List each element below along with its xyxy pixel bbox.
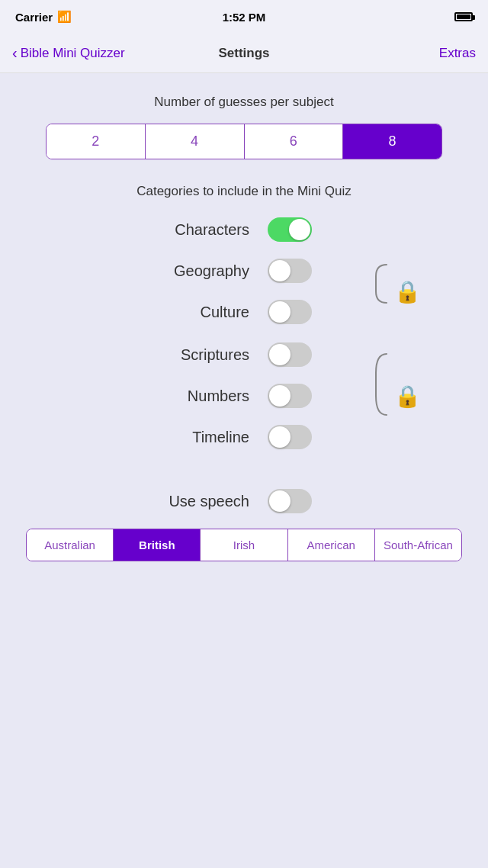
- speech-toggle-knob: [269, 490, 291, 512]
- wifi-icon: 📶: [57, 10, 72, 24]
- geo-culture-group: Geography Culture 🔒: [15, 259, 473, 324]
- scriptures-toggle-knob: [269, 344, 291, 365]
- tab-south-african[interactable]: South-African: [375, 529, 461, 561]
- characters-label: Characters: [112, 221, 249, 239]
- status-bar-time: 1:52 PM: [223, 11, 266, 24]
- tab-american[interactable]: American: [288, 529, 375, 561]
- nav-bar: ‹ Bible Mini Quizzer Settings Extras: [0, 34, 488, 73]
- use-speech-section: Use speech: [15, 489, 473, 513]
- timeline-toggle[interactable]: [268, 425, 312, 449]
- scrip-num-time-lock-group: 🔒: [373, 350, 421, 442]
- categories-section-title: Categories to include in the Mini Quiz: [15, 184, 473, 199]
- scriptures-label: Scriptures: [112, 346, 249, 364]
- numbers-toggle-knob: [269, 385, 291, 407]
- guess-option-6[interactable]: 6: [245, 124, 344, 159]
- geography-toggle[interactable]: [268, 259, 312, 283]
- numbers-toggle[interactable]: [268, 384, 312, 408]
- scriptures-toggle[interactable]: [268, 342, 312, 367]
- use-speech-label: Use speech: [112, 493, 249, 510]
- scrip-num-time-bracket-icon: [373, 350, 390, 442]
- extras-button[interactable]: Extras: [439, 46, 476, 61]
- timeline-label: Timeline: [112, 429, 249, 446]
- tab-british[interactable]: British: [114, 529, 201, 561]
- status-bar-left: Carrier 📶: [15, 10, 72, 24]
- battery-icon: [454, 12, 473, 21]
- geo-culture-lock-group: 🔒: [373, 261, 421, 322]
- status-bar: Carrier 📶 1:52 PM: [0, 0, 488, 34]
- main-content: Number of guesses per subject 2 4 6 8 Ca…: [0, 73, 488, 592]
- geography-toggle-knob: [269, 260, 291, 281]
- back-button[interactable]: ‹ Bible Mini Quizzer: [12, 44, 125, 62]
- characters-toggle-knob: [289, 219, 310, 240]
- back-chevron-icon: ‹: [12, 44, 18, 62]
- speech-accent-tabs: Australian British Irish American South-…: [26, 529, 462, 561]
- characters-row: Characters: [15, 217, 473, 242]
- numbers-label: Numbers: [112, 387, 249, 405]
- culture-toggle[interactable]: [268, 300, 312, 324]
- timeline-toggle-knob: [269, 426, 291, 448]
- guess-option-8[interactable]: 8: [343, 124, 441, 159]
- scrip-num-time-lock-icon: 🔒: [394, 384, 421, 409]
- tab-australian[interactable]: Australian: [27, 529, 114, 561]
- characters-toggle[interactable]: [268, 217, 312, 242]
- guess-option-2[interactable]: 2: [47, 124, 146, 159]
- tab-irish[interactable]: Irish: [201, 529, 287, 561]
- status-bar-right: [454, 12, 473, 21]
- geo-culture-bracket-icon: [373, 261, 390, 322]
- speech-toggle[interactable]: [268, 489, 312, 513]
- carrier-label: Carrier: [15, 11, 53, 24]
- culture-toggle-knob: [269, 301, 291, 323]
- geography-label: Geography: [112, 262, 249, 280]
- nav-title: Settings: [218, 46, 269, 61]
- guesses-selector: 2 4 6 8: [46, 124, 442, 159]
- geo-culture-lock-icon: 🔒: [394, 279, 421, 304]
- culture-label: Culture: [112, 304, 249, 321]
- back-label: Bible Mini Quizzer: [21, 46, 125, 61]
- scrip-num-time-group: Scriptures Numbers Timeline 🔒: [15, 342, 473, 449]
- guesses-section-title: Number of guesses per subject: [15, 95, 473, 110]
- guess-option-4[interactable]: 4: [146, 124, 245, 159]
